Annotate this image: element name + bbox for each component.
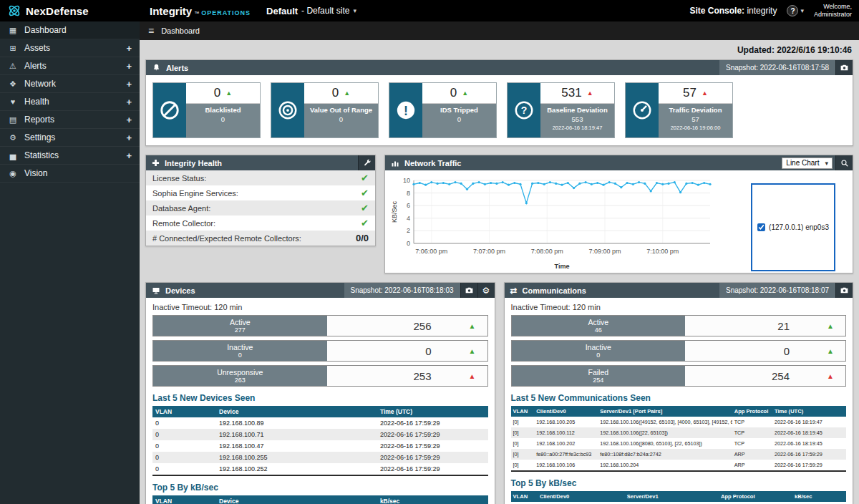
sidebar-item-health[interactable]: ♥ Health +	[0, 93, 140, 111]
trend-up-icon: ▲	[827, 347, 845, 355]
table-row: [0]192.168.100.106192.168.100.204ARP2022…	[511, 460, 847, 471]
table-row: 0192.168.100.892022-06-16 17:59:29	[152, 417, 488, 429]
camera-snapshot-button[interactable]	[835, 60, 853, 75]
brand-name: NexDefense	[26, 5, 89, 17]
devices-panel-header: Devices Snapshot: 2022-06-16T08:18:03 ⚙	[146, 283, 495, 298]
alert-card-blacklisted[interactable]: 0 ▲ Blacklisted 0	[152, 82, 261, 138]
settings-button[interactable]: ⚙	[477, 283, 495, 298]
svg-text:7:06:00 pm: 7:06:00 pm	[415, 248, 447, 255]
brand-logo[interactable]: NexDefense	[0, 4, 140, 18]
devices-inactive-stat[interactable]: Inactive 0 0 ▲	[152, 340, 488, 362]
bell-icon	[152, 63, 161, 72]
site-selector-dropdown[interactable]: Default - Default site ▾	[266, 6, 356, 16]
alert-count: 0 ▲	[186, 83, 260, 104]
assets-icon: ⊞	[8, 44, 18, 53]
alert-card-ids-tripped[interactable]: ! 0 ▲ IDS Tripped 0	[389, 82, 497, 138]
check-icon: ✔	[361, 188, 369, 198]
last5-devices-heading: Last 5 New Devices Seen	[152, 393, 488, 403]
integrity-health-panel: Integrity Health License Status:	[145, 155, 376, 246]
health-icon: ♥	[8, 97, 18, 106]
column-header: App Protocol	[732, 406, 772, 417]
sidebar-item-reports[interactable]: ▤ Reports +	[0, 111, 140, 129]
last-updated: Updated: 2022/6/16 19:10:46	[147, 45, 852, 55]
network-traffic-panel: Network Traffic Line Chart ▾	[384, 155, 853, 273]
traffic-chart-area: 02468107:06:00 pm7:07:00 pm7:08:00 pm7:0…	[385, 170, 853, 273]
sidebar-item-statistics[interactable]: ▅ Statistics +	[0, 147, 140, 165]
svg-text:!: !	[404, 104, 408, 118]
snapshot-timestamp: Snapshot: 2022-06-16T08:17:58	[719, 60, 835, 75]
alert-card-value-out-of-range[interactable]: 0 ▲ Value Out of Range 0	[271, 82, 379, 138]
expand-plus-icon[interactable]: +	[126, 132, 132, 143]
sidebar-item-dashboard[interactable]: ▦ Dashboard	[0, 21, 140, 39]
health-row: Sophia Engine Services: ✔	[146, 185, 375, 200]
camera-icon	[465, 286, 474, 295]
chart-type-select[interactable]: Line Chart ▾	[782, 158, 833, 169]
zoom-button[interactable]	[835, 155, 853, 170]
devices-active-stat[interactable]: Active 277 256 ▲	[152, 315, 488, 336]
devices-unresponsive-stat[interactable]: Unresponsive 263 253 ▲	[152, 365, 488, 387]
alert-card-traffic-deviation[interactable]: 57 ▲ Traffic Deviation 57 2022-06-16 19:…	[625, 82, 733, 138]
top5-comms-heading: Top 5 By kB/sec	[511, 478, 847, 488]
product-title: Integrity ™ OPERATIONS	[150, 5, 251, 17]
sidebar-item-settings[interactable]: ⚙ Settings +	[0, 129, 140, 147]
expand-plus-icon[interactable]: +	[126, 79, 132, 89]
svg-text:7:08:00 pm: 7:08:00 pm	[531, 248, 563, 255]
stat-label: Failed 254	[512, 366, 686, 386]
alerts-icon: ⚠	[8, 62, 18, 71]
menu-toggle-icon[interactable]: ≡	[148, 25, 154, 37]
expand-plus-icon[interactable]: +	[126, 97, 132, 107]
svg-text:10: 10	[403, 177, 410, 184]
alert-card-baseline-deviation[interactable]: ? 531 ▲ Baseline Deviation 553 2022-06-1…	[507, 82, 615, 138]
statistics-icon: ▅	[8, 151, 18, 160]
chevron-down-icon: ▾	[825, 160, 828, 167]
legend-label: (127.0.0.1) enp0s3	[769, 223, 829, 231]
column-header: Client/Dev0	[534, 406, 598, 417]
site-console: Site Console: integrity	[689, 6, 777, 16]
comms-active-stat[interactable]: Active 46 21 ▲	[511, 315, 847, 336]
expand-plus-icon[interactable]: +	[126, 61, 132, 72]
legend-checkbox[interactable]	[757, 223, 765, 231]
stat-label: Inactive 0	[153, 341, 327, 361]
chart-legend[interactable]: (127.0.0.1) enp0s3	[751, 183, 835, 271]
table-row: 0192.168.100.712022-06-16 17:59:29	[152, 429, 488, 440]
table-row: [0]192.168.100.205192.168.100.106([49152…	[511, 417, 847, 427]
health-row: Database Agent: ✔	[146, 200, 375, 215]
column-header: kB/sec	[792, 491, 846, 502]
column-header: kB/sec	[377, 495, 488, 504]
health-tools-button[interactable]	[358, 155, 375, 170]
expand-plus-icon[interactable]: +	[126, 43, 132, 54]
alert-label: Traffic Deviation 57 2022-06-16 19:06:00	[659, 104, 732, 137]
comms-failed-stat[interactable]: Failed 254 254 ▲	[511, 365, 847, 387]
chart-icon	[391, 159, 399, 168]
sidebar-item-vision[interactable]: ◉ Vision	[0, 165, 140, 183]
magnifier-icon	[840, 159, 849, 168]
expand-plus-icon[interactable]: +	[126, 150, 132, 161]
table-row: 0192.168.100.2552022-06-16 17:59:29	[152, 452, 488, 463]
column-header: VLAN	[511, 491, 538, 502]
alert-label: Value Out of Range 0	[304, 104, 378, 137]
stat-value: 0 ▲	[327, 341, 487, 361]
comms-inactive-stat[interactable]: Inactive 0 0 ▲	[511, 340, 847, 362]
trend-up-icon: ▲	[702, 89, 708, 97]
panel-title: Alerts	[166, 64, 188, 72]
alerts-panel-header: Alerts Snapshot: 2022-06-16T08:17:58	[146, 60, 853, 75]
sidebar-item-network[interactable]: ❖ Network +	[0, 75, 140, 93]
user-menu[interactable]: Welcome, Administrator	[814, 3, 852, 19]
column-header: App Protocol	[719, 491, 792, 502]
expand-plus-icon[interactable]: +	[126, 115, 132, 125]
help-icon: ?	[787, 5, 798, 16]
camera-snapshot-button[interactable]	[835, 283, 853, 298]
camera-snapshot-button[interactable]	[460, 283, 477, 298]
column-header: Client/Dev0	[538, 491, 625, 502]
top5-devices-heading: Top 5 By kB/sec	[152, 483, 488, 493]
alert-count: 0 ▲	[304, 83, 378, 104]
svg-text:2: 2	[407, 227, 410, 234]
help-menu[interactable]: ? ▾	[787, 5, 804, 16]
dashboard-icon: ▦	[8, 26, 18, 35]
sidebar-item-assets[interactable]: ⊞ Assets +	[0, 39, 140, 57]
trend-up-icon: ▲	[587, 89, 593, 97]
sidebar-item-alerts[interactable]: ⚠ Alerts +	[0, 57, 140, 75]
chevron-down-icon: ▾	[353, 7, 356, 14]
trend-up-icon: ▲	[469, 347, 487, 355]
svg-text:Time: Time	[555, 263, 570, 270]
